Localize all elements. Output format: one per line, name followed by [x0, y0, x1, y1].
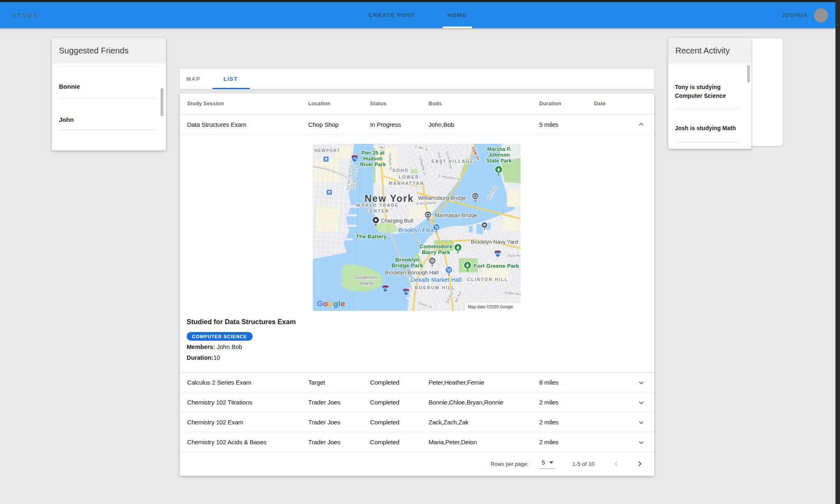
duration-line: Duration:10 [187, 354, 519, 362]
cell-location: Trader Joes [308, 412, 340, 432]
table-row[interactable]: Data Structures Exam Chop Shop In Progre… [180, 114, 654, 135]
map-label: Bridge Park [392, 262, 423, 269]
active-tab-indicator [212, 88, 250, 89]
map-label: 9A [380, 146, 384, 149]
map-label: Brooklyn Flea [398, 227, 434, 233]
study-sessions-table: Study Session Location Status Buds Durat… [180, 93, 654, 476]
expand-row-button[interactable] [634, 412, 648, 432]
cell-status: Completed [370, 373, 399, 392]
previous-page-button[interactable] [611, 458, 622, 469]
cell-buds: John,Bob [429, 114, 454, 134]
friend-item[interactable]: John [59, 116, 74, 123]
map-label: SOHO [392, 168, 409, 173]
nav-create-post[interactable]: CREATE POST [363, 2, 421, 28]
static-map: NEWPORT Pier 25 at Hudson River Park 9A … [313, 144, 521, 311]
col-date: Date [594, 93, 606, 114]
page: STUDS CREATE POST HOME JOSHUA Suggested … [0, 0, 840, 504]
divider [675, 109, 739, 109]
cell-status: Completed [370, 412, 399, 432]
table-row[interactable]: Calculus 2 Series Exam Target Completed … [180, 373, 654, 393]
recent-activity-list: Tony is studying Computer Science Josh i… [668, 63, 751, 149]
map-label: LOWER [399, 174, 419, 179]
table-row[interactable]: Chemistry 102 Titrations Trader Joes Com… [180, 393, 654, 412]
expand-row-button[interactable] [634, 393, 648, 412]
map-label: CLINTON HILL [467, 277, 508, 282]
google-logo: Google [317, 299, 345, 308]
map-label: WORLD TRADE [356, 203, 399, 208]
scrollbar-thumb[interactable] [161, 88, 163, 116]
col-status: Status [370, 93, 386, 114]
map-label: Brooklyn Borough Hall [385, 269, 438, 276]
cell-status: In Progress [370, 114, 401, 134]
map-copyright: Map data ©2020 Google [468, 305, 514, 309]
map-label: Island [360, 281, 373, 286]
cell-location: Target [308, 373, 325, 392]
session-detail-block: Studied for Data Structures Exam COMPUTE… [187, 318, 519, 362]
collapse-row-button[interactable] [634, 114, 648, 134]
cell-duration: 8 miles [539, 373, 558, 392]
map-label: Charging Bull [381, 218, 413, 224]
rows-per-page-label: Rows per page: [491, 461, 528, 467]
cell-status: Completed [370, 432, 399, 452]
map-label: Hudson [363, 156, 383, 162]
map-label: State Park [486, 158, 511, 164]
map-label: Commodore [419, 243, 453, 250]
view-tabs-bar: MAP LIST [180, 69, 654, 89]
chevron-down-icon [636, 417, 646, 427]
caret-down-icon [549, 461, 553, 464]
cell-duration: 2 miles [539, 393, 558, 412]
nav-home[interactable]: HOME [442, 2, 473, 28]
map-label: Williamsburg Bridge [418, 195, 466, 201]
avatar[interactable] [814, 8, 828, 22]
friend-item[interactable]: Bonnie [59, 83, 80, 90]
map-label: Dekalb Market Hall [411, 276, 462, 283]
next-page-button[interactable] [634, 458, 645, 469]
map-label: EAST VILLAGE [431, 159, 474, 164]
cell-session: Calculus 2 Series Exam [187, 373, 251, 392]
pagination-nav [611, 458, 645, 469]
map-label: CENTER [366, 208, 389, 213]
rows-per-page-select[interactable]: 5 [539, 459, 555, 469]
category-badge: COMPUTER SCIENCE [187, 332, 253, 341]
members-line: Members: John Bob [187, 343, 519, 351]
map-label: Pier 25 at [361, 150, 385, 156]
table-row[interactable]: Chemistry 102 Acids & Bases Trader Joes … [180, 432, 654, 452]
map-label: BOERUM HILL [415, 285, 455, 290]
chevron-up-icon [636, 119, 646, 129]
tab-map[interactable]: MAP [180, 69, 207, 89]
activity-item: Tony is studying Computer Science [675, 83, 739, 100]
map-label: 278 [404, 290, 409, 294]
map-label: NEWPORT [314, 148, 340, 153]
header-nav: CREATE POST HOME [0, 2, 835, 28]
app-header: STUDS CREATE POST HOME JOSHUA [0, 2, 835, 28]
map-label: 278 [495, 252, 501, 256]
cell-session: Chemistry 102 Exam [187, 412, 243, 432]
suggested-friends-card: Suggested Friends Bonnie John [52, 38, 166, 150]
username[interactable]: JOSHUA [782, 12, 808, 18]
map-label: 478 [383, 287, 388, 291]
cell-buds: Maria,Peter,Deion [429, 432, 477, 452]
cell-session: Chemistry 102 Acids & Bases [187, 432, 266, 452]
header-user-area: JOSHUA [782, 2, 828, 28]
map-label: Marsha P. [487, 146, 511, 152]
cell-location: Chop Shop [308, 114, 338, 134]
window-top-edge [0, 0, 840, 2]
chevron-right-icon [635, 459, 644, 468]
table-row[interactable]: Chemistry 102 Exam Trader Joes Completed… [180, 412, 654, 432]
scrollbar-thumb[interactable] [747, 65, 750, 82]
cell-session: Data Structures Exam [187, 114, 246, 134]
map-label: Brooklyn [395, 257, 420, 263]
map-label: Barry Park [422, 249, 450, 255]
expand-row-button[interactable] [634, 373, 648, 392]
chevron-down-icon [636, 378, 646, 388]
duration-label: Duration: [187, 354, 213, 361]
suggested-friends-list: Bonnie John [52, 63, 166, 150]
rows-per-page-value: 5 [542, 459, 545, 466]
suggested-friends-header: Suggested Friends [52, 38, 166, 63]
tab-list[interactable]: LIST [207, 69, 254, 89]
map-label: Johnson [488, 152, 510, 158]
expand-row-button[interactable] [634, 432, 648, 452]
detail-heading: Studied for Data Structures Exam [187, 318, 519, 326]
map-label: River Park [360, 162, 386, 167]
cell-status: Completed [370, 393, 399, 412]
